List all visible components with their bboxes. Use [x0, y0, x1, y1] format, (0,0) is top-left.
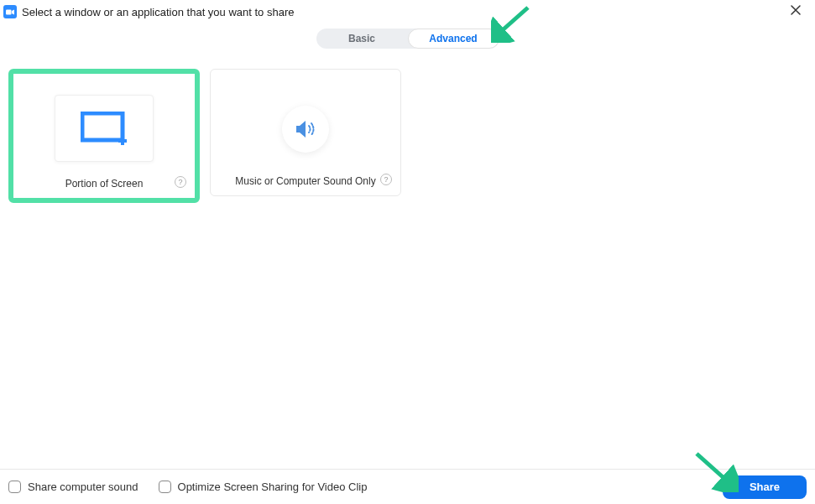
footer-bar: Share computer sound Optimize Screen Sha…: [0, 469, 815, 504]
help-icon[interactable]: ?: [380, 174, 392, 185]
sound-icon-circle: [282, 106, 329, 153]
share-sound-label: Share computer sound: [28, 481, 138, 493]
option-label-row: Portion of Screen: [65, 178, 144, 190]
speaker-icon: [295, 120, 316, 138]
share-options-area: Portion of Screen ? Music or Computer So…: [0, 49, 815, 203]
tab-bar: Basic Advanced: [0, 29, 815, 49]
option-portion-of-screen[interactable]: Portion of Screen ?: [8, 69, 200, 203]
checkbox-icon: [159, 481, 171, 493]
optimize-video-checkbox[interactable]: Optimize Screen Sharing for Video Clip: [159, 481, 368, 493]
option-sound-label: Music or Computer Sound Only: [235, 175, 375, 187]
portion-icon-box: [55, 95, 154, 162]
tab-container: Basic Advanced: [316, 29, 499, 49]
window-header: Select a window or an application that y…: [0, 0, 815, 20]
close-button[interactable]: [785, 4, 807, 19]
option-computer-sound[interactable]: Music or Computer Sound Only ?: [210, 69, 401, 196]
share-button[interactable]: Share: [723, 475, 807, 499]
window-title: Select a window or an application that y…: [22, 6, 785, 18]
help-icon[interactable]: ?: [175, 176, 186, 188]
checkbox-icon: [8, 481, 21, 493]
optimize-label: Optimize Screen Sharing for Video Clip: [178, 481, 368, 493]
tab-advanced[interactable]: Advanced: [408, 29, 499, 49]
screen-crop-icon: [81, 112, 128, 145]
option-portion-label: Portion of Screen: [65, 178, 144, 190]
tab-basic[interactable]: Basic: [316, 29, 408, 49]
zoom-app-icon: [3, 5, 17, 18]
option-label-row: Music or Computer Sound Only: [235, 175, 375, 187]
close-icon: [790, 4, 802, 16]
share-sound-checkbox[interactable]: Share computer sound: [8, 481, 138, 493]
svg-rect-0: [6, 9, 12, 14]
svg-rect-1: [82, 113, 123, 140]
